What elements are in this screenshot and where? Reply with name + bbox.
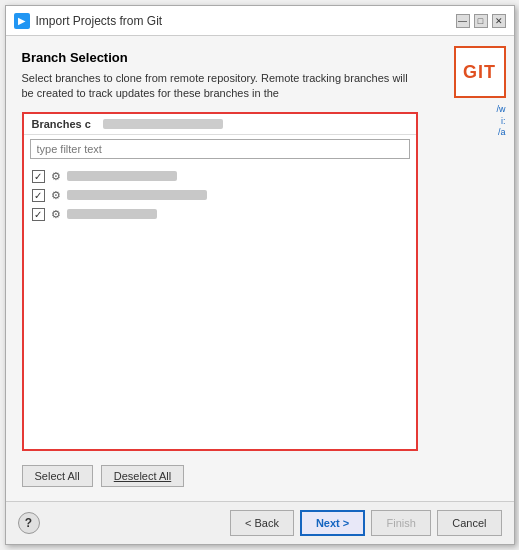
branch-header: Branches c (24, 114, 416, 135)
branch-icon-2: ⚙ (51, 189, 61, 202)
branch-name-1 (67, 171, 177, 181)
branch-checkbox-2[interactable]: ✓ (32, 189, 45, 202)
branch-name-2 (67, 190, 207, 200)
git-title-icon: ▶ (14, 13, 30, 29)
filter-input[interactable] (30, 139, 410, 159)
branch-item: ✓ ⚙ (32, 205, 408, 224)
branch-name-3 (67, 209, 157, 219)
branch-item: ✓ ⚙ (32, 186, 408, 205)
side-url: /wi:/a (497, 104, 506, 139)
empty-space (24, 310, 416, 449)
section-title: Branch Selection (22, 50, 418, 65)
restore-button[interactable]: □ (474, 14, 488, 28)
finish-button[interactable]: Finish (371, 510, 431, 536)
deselect-all-button[interactable]: Deselect All (101, 465, 184, 487)
footer-right: < Back Next > Finish Cancel (230, 510, 502, 536)
title-bar-left: ▶ Import Projects from Git (14, 13, 163, 29)
minimize-button[interactable]: — (456, 14, 470, 28)
branch-checkbox-1[interactable]: ✓ (32, 170, 45, 183)
footer: ? < Back Next > Finish Cancel (6, 501, 514, 544)
branches-label-blurred (103, 119, 223, 129)
select-all-button[interactable]: Select All (22, 465, 93, 487)
close-button[interactable]: ✕ (492, 14, 506, 28)
content-area: Branch Selection Select branches to clon… (6, 36, 514, 501)
branches-label: Branches c (32, 118, 91, 130)
footer-left: ? (18, 512, 40, 534)
main-panel: Branch Selection Select branches to clon… (6, 36, 434, 501)
title-controls: — □ ✕ (456, 14, 506, 28)
title-bar: ▶ Import Projects from Git — □ ✕ (6, 6, 514, 36)
next-button[interactable]: Next > (300, 510, 365, 536)
cancel-button[interactable]: Cancel (437, 510, 501, 536)
side-panel: GIT /wi:/a (434, 36, 514, 501)
help-button[interactable]: ? (18, 512, 40, 534)
back-button[interactable]: < Back (230, 510, 294, 536)
description-text: Select branches to clone from remote rep… (22, 71, 418, 102)
window-title: Import Projects from Git (36, 14, 163, 28)
git-logo: GIT (454, 46, 506, 98)
branch-item: ✓ ⚙ (32, 167, 408, 186)
branch-box: Branches c ✓ ⚙ ✓ ⚙ (22, 112, 418, 451)
branch-checkbox-3[interactable]: ✓ (32, 208, 45, 221)
git-logo-text: GIT (463, 62, 496, 83)
branch-icon-3: ⚙ (51, 208, 61, 221)
select-deselect-row: Select All Deselect All (22, 461, 418, 487)
filter-row (24, 135, 416, 163)
import-projects-window: ▶ Import Projects from Git — □ ✕ Branch … (5, 5, 515, 545)
branch-list: ✓ ⚙ ✓ ⚙ ✓ ⚙ (24, 163, 416, 310)
branch-icon-1: ⚙ (51, 170, 61, 183)
